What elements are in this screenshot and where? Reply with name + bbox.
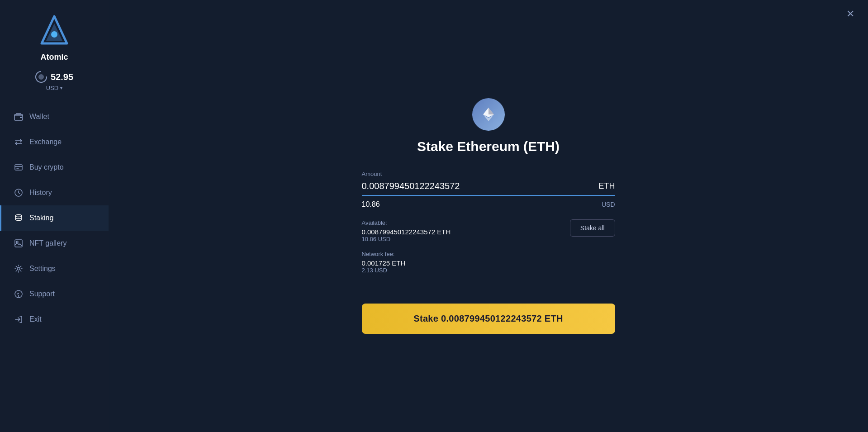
fee-usd: 2.13 USD (362, 267, 451, 274)
balance-display: 52.95 (35, 71, 73, 83)
amount-input[interactable] (362, 181, 599, 191)
balance-icon (35, 71, 47, 83)
logo-area: Atomic (36, 14, 72, 62)
sidebar-label-staking: Staking (29, 214, 53, 222)
nft-icon (14, 239, 23, 248)
svg-rect-11 (15, 240, 22, 247)
sidebar-item-exchange[interactable]: Exchange (0, 129, 109, 155)
fee-label: Network fee: (362, 251, 451, 257)
fee-block: Network fee: 0.001725 ETH 2.13 USD (362, 251, 451, 274)
sidebar-item-buy-crypto[interactable]: Buy crypto (0, 155, 109, 180)
sidebar-label-wallet: Wallet (29, 113, 49, 121)
currency-selector[interactable]: USD ▾ (46, 85, 62, 91)
available-block: Available: 0.008799450122243572 ETH 10.8… (362, 219, 451, 242)
sidebar-item-wallet[interactable]: Wallet (0, 104, 109, 129)
main-content: ✕ Stake Ethereum (ETH) Amount ETH 10.86 … (109, 0, 868, 432)
svg-point-5 (38, 74, 44, 80)
sidebar-item-nft-gallery[interactable]: NFT gallery (0, 231, 109, 256)
staking-icon (14, 214, 23, 223)
history-icon (14, 188, 23, 197)
available-eth: 0.008799450122243572 ETH (362, 228, 451, 236)
stake-title: Stake Ethereum (ETH) (417, 139, 560, 154)
nav-menu: Wallet Exchange Buy crypto History (0, 104, 109, 332)
amount-usd-value: 10.86 (362, 200, 380, 209)
app-name: Atomic (40, 52, 68, 62)
svg-marker-19 (483, 108, 489, 114)
sidebar-label-exit: Exit (29, 315, 42, 323)
balance-area: 52.95 USD ▾ (35, 71, 73, 91)
submit-stake-button[interactable]: Stake 0.008799450122243572 ETH (362, 304, 615, 334)
app-logo (36, 14, 72, 50)
svg-point-15 (19, 296, 19, 296)
sidebar: Atomic 52.95 USD ▾ Wallet (0, 0, 109, 432)
amount-usd-label: USD (602, 201, 615, 208)
support-icon (14, 290, 23, 299)
stake-panel: Stake Ethereum (ETH) Amount ETH 10.86 US… (362, 98, 615, 334)
amount-input-row: ETH (362, 181, 615, 196)
sidebar-label-settings: Settings (29, 265, 56, 273)
close-button[interactable]: ✕ (846, 9, 854, 19)
svg-rect-7 (20, 117, 22, 118)
exchange-icon (14, 138, 23, 147)
sidebar-label-buy-crypto: Buy crypto (29, 163, 64, 171)
amount-usd-row: 10.86 USD (362, 200, 615, 209)
wallet-icon (14, 112, 23, 121)
eth-logo-icon (480, 106, 497, 123)
available-label: Available: (362, 219, 451, 226)
fee-eth: 0.001725 ETH (362, 259, 451, 267)
svg-point-3 (51, 31, 57, 38)
sidebar-label-exchange: Exchange (29, 138, 62, 146)
info-left: Available: 0.008799450122243572 ETH 10.8… (362, 219, 451, 274)
chevron-down-icon: ▾ (60, 85, 62, 90)
sidebar-item-history[interactable]: History (0, 180, 109, 205)
sidebar-item-settings[interactable]: Settings (0, 256, 109, 281)
available-usd: 10.86 USD (362, 236, 451, 242)
currency-label: USD (46, 85, 58, 91)
amount-section: Amount ETH 10.86 USD (362, 171, 615, 209)
eth-icon-wrap (472, 98, 505, 131)
sidebar-label-history: History (29, 189, 52, 197)
svg-point-10 (15, 215, 22, 217)
svg-point-13 (17, 267, 20, 270)
sidebar-item-staking[interactable]: Staking (0, 205, 109, 231)
amount-currency: ETH (599, 181, 615, 191)
amount-label: Amount (362, 171, 615, 177)
stake-all-button[interactable]: Stake all (570, 219, 615, 237)
info-section: Available: 0.008799450122243572 ETH 10.8… (362, 219, 615, 274)
svg-rect-8 (15, 165, 22, 170)
settings-icon (14, 264, 23, 273)
sidebar-item-exit[interactable]: Exit (0, 307, 109, 332)
buy-crypto-icon (14, 163, 23, 172)
svg-marker-18 (489, 108, 494, 114)
balance-value: 52.95 (51, 72, 73, 82)
exit-icon (14, 315, 23, 324)
sidebar-item-support[interactable]: Support (0, 281, 109, 307)
sidebar-label-nft: NFT gallery (29, 239, 66, 247)
sidebar-label-support: Support (29, 290, 55, 298)
